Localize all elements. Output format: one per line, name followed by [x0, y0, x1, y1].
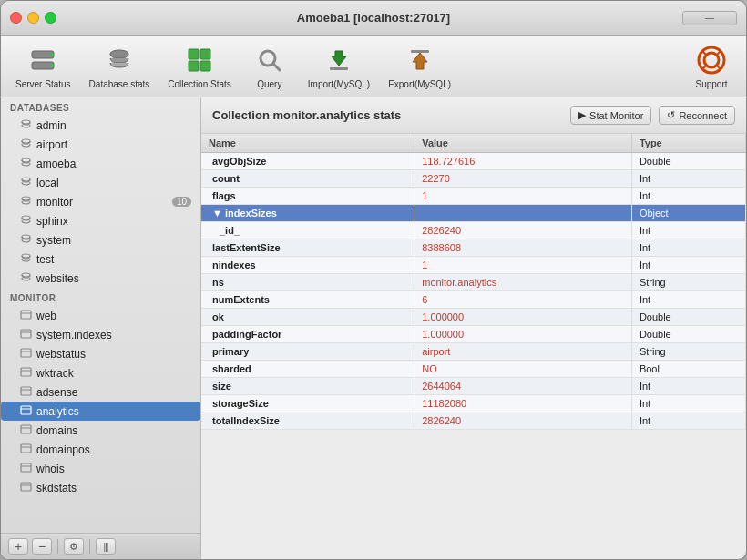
add-button[interactable]: +: [8, 538, 28, 555]
collection-icon-webstatus: [19, 347, 32, 361]
sidebar-item-sphinx-label: sphinx: [36, 215, 68, 228]
stat-monitor-button[interactable]: ▶ Stat Monitor: [570, 106, 651, 125]
cell-type: Int: [631, 188, 745, 205]
cell-type: String: [631, 343, 745, 361]
cell-type: Int: [631, 170, 745, 188]
stat-monitor-label: Stat Monitor: [589, 110, 643, 121]
collection-icon-skdstats: [19, 481, 32, 494]
cell-name: ok: [201, 309, 414, 326]
table-row[interactable]: totalIndexSize2826240Int: [201, 412, 746, 430]
svg-point-23: [22, 158, 30, 162]
sidebar-item-system-indexes-label: system.indexes: [36, 329, 112, 341]
adjust-button[interactable]: |||: [96, 538, 116, 555]
svg-marker-11: [332, 51, 346, 66]
cell-type: Int: [631, 291, 745, 309]
sidebar-item-airport[interactable]: airport: [1, 135, 200, 154]
close-button[interactable]: [10, 12, 22, 24]
main-window: Amoeba1 [localhost:27017] — Server Statu…: [0, 0, 747, 560]
cell-value: NO: [414, 361, 632, 378]
cell-value: 2644064: [414, 378, 632, 395]
toolbar-collection-stats[interactable]: Collection Stats: [160, 40, 238, 93]
sidebar-item-analytics[interactable]: analytics: [1, 402, 200, 421]
db-icon-airport: [19, 137, 32, 151]
sidebar-item-webstatus[interactable]: webstatus: [1, 344, 200, 363]
stats-table-container[interactable]: Name Value Type avgObjSize118.727616Doub…: [201, 134, 746, 559]
sidebar-item-monitor[interactable]: monitor 10: [1, 192, 200, 211]
table-row[interactable]: shardedNOBool: [201, 361, 746, 378]
sidebar-item-whois[interactable]: whois: [1, 459, 200, 478]
sidebar-item-skdstats[interactable]: skdstats: [1, 478, 200, 497]
cell-type: Double: [631, 153, 745, 170]
sidebar-item-amoeba-label: amoeba: [36, 158, 76, 170]
sidebar-footer: + − ⚙ |||: [1, 533, 200, 559]
table-row[interactable]: nindexes1Int: [201, 257, 746, 274]
svg-rect-40: [21, 406, 31, 414]
maximize-button[interactable]: [45, 12, 56, 24]
sidebar: DATABASES admin airport amoeba: [1, 97, 201, 559]
cell-value: 2826240: [414, 222, 632, 239]
sidebar-item-admin[interactable]: admin: [1, 116, 200, 135]
table-row[interactable]: avgObjSize118.727616Double: [201, 153, 746, 170]
sidebar-item-system[interactable]: system: [1, 230, 200, 249]
toolbar-query[interactable]: Query: [242, 40, 297, 93]
svg-point-24: [22, 178, 30, 181]
cell-type: Int: [631, 222, 745, 239]
toolbar-database-stats[interactable]: Database stats: [82, 40, 158, 93]
cell-value: monitor.analytics: [414, 274, 632, 291]
toolbar-collection-stats-label: Collection Stats: [168, 79, 230, 89]
remove-button[interactable]: −: [32, 538, 52, 555]
toolbar-support[interactable]: Support: [684, 40, 739, 93]
query-icon: [253, 44, 286, 76]
svg-rect-6: [200, 49, 210, 59]
cell-value: [414, 205, 632, 222]
svg-rect-44: [21, 444, 31, 453]
cell-value: airport: [414, 343, 632, 361]
svg-rect-5: [189, 49, 199, 59]
db-icon-local: [19, 176, 32, 189]
svg-marker-13: [413, 53, 427, 69]
table-row[interactable]: lastExtentSize8388608Int: [201, 239, 746, 257]
sidebar-item-sphinx[interactable]: sphinx: [1, 211, 200, 230]
cell-type: Double: [631, 309, 745, 326]
collection-icon-adsense: [19, 385, 32, 399]
table-row[interactable]: ok1.000000Double: [201, 309, 746, 326]
cell-name: flags: [201, 188, 414, 205]
table-row[interactable]: size2644064Int: [201, 378, 746, 395]
table-row[interactable]: ▼ indexSizesObject: [201, 205, 746, 222]
settings-button[interactable]: ⚙: [64, 538, 84, 555]
resize-button[interactable]: —: [682, 11, 737, 25]
sidebar-item-system-indexes[interactable]: system.indexes: [1, 325, 200, 344]
table-row[interactable]: nsmonitor.analyticsString: [201, 274, 746, 291]
cell-name: primary: [201, 343, 414, 361]
sidebar-item-web[interactable]: web: [1, 306, 200, 325]
sidebar-item-adsense[interactable]: adsense: [1, 382, 200, 402]
table-row[interactable]: count22270Int: [201, 170, 746, 188]
sidebar-item-whois-label: whois: [36, 463, 65, 475]
reconnect-button[interactable]: ↺ Reconnect: [659, 106, 735, 125]
sidebar-item-test[interactable]: test: [1, 249, 200, 269]
sidebar-item-domainpos[interactable]: domainpos: [1, 440, 200, 459]
db-icon-amoeba: [19, 157, 32, 170]
collection-icon-domains: [19, 423, 32, 437]
toolbar-server-status[interactable]: Server Status: [8, 40, 78, 93]
table-row[interactable]: storageSize11182080Int: [201, 395, 746, 412]
table-row[interactable]: primaryairportString: [201, 343, 746, 361]
toolbar-support-label: Support: [695, 79, 727, 89]
sidebar-item-local[interactable]: local: [1, 173, 200, 192]
table-row[interactable]: _id_2826240Int: [201, 222, 746, 239]
content-header: Collection monitor.analytics stats ▶ Sta…: [201, 97, 746, 134]
db-icon-sphinx: [19, 214, 32, 228]
cell-name: sharded: [201, 361, 414, 378]
cell-type: Int: [631, 412, 745, 430]
sidebar-item-domains[interactable]: domains: [1, 421, 200, 440]
sidebar-item-websites[interactable]: websites: [1, 269, 200, 288]
table-row[interactable]: paddingFactor1.000000Double: [201, 326, 746, 343]
toolbar-import[interactable]: Import(MySQL): [301, 40, 377, 93]
db-icon-monitor: [19, 195, 32, 209]
sidebar-item-wktrack[interactable]: wktrack: [1, 363, 200, 382]
table-row[interactable]: flags1Int: [201, 188, 746, 205]
toolbar-export[interactable]: Export(MySQL): [381, 40, 458, 93]
table-row[interactable]: numExtents6Int: [201, 291, 746, 309]
sidebar-item-amoeba[interactable]: amoeba: [1, 154, 200, 173]
minimize-button[interactable]: [27, 12, 39, 24]
